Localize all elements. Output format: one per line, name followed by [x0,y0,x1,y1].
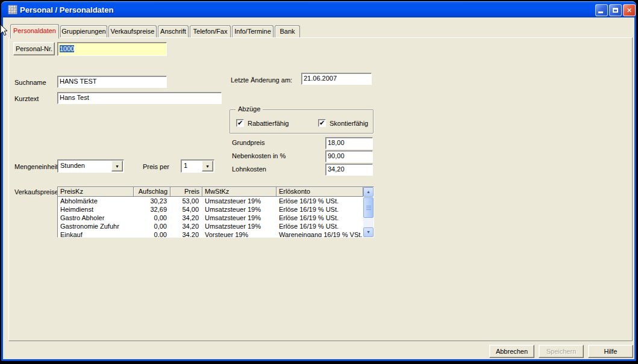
arrow-down-icon: ▼ [366,230,371,234]
tab-personaldaten[interactable]: Personaldaten [10,24,59,39]
scroll-down-button[interactable]: ▼ [363,227,374,237]
tab-info-termine[interactable]: Info/Termine [232,25,274,37]
tab-anschrift[interactable]: Anschrift [158,25,189,37]
rabattierfaehig-checkbox[interactable]: ✔ [236,119,244,127]
personal-nr-input[interactable]: 1000 [57,42,167,56]
scrollbar-thumb[interactable] [363,197,374,218]
suchname-label: Suchname [14,79,46,86]
tab-bank[interactable]: Bank [275,25,300,37]
table-cell[interactable]: Abholmärkte [58,197,134,205]
table-cell[interactable]: 34,20 [170,230,202,238]
letzte-aenderung-input[interactable]: 21.06.2007 [301,73,372,85]
personal-nr-button[interactable]: Personal-Nr. [13,42,55,55]
table-cell[interactable]: 0,00 [134,230,170,238]
tab-label: Anschrift [160,28,186,35]
table-grid: PreisKz Aufschlag Preis MwStKz Erlöskont… [58,187,363,238]
speichern-button: Speichern [539,345,584,358]
selected-text: 1000 [60,45,74,52]
table-cell[interactable]: Wareneingang 16/19 % VSt. [277,230,363,238]
abbrechen-button[interactable]: Abbrechen [489,345,534,358]
thumb-grip-icon [366,206,371,211]
abzuege-legend: Abzüge [236,105,263,113]
lohnkosten-label: Lohnkosten [232,165,266,173]
table-cell[interactable]: Umsatzsteuer 19% [202,205,277,214]
tab-label: Info/Termine [234,28,271,35]
table-cell[interactable]: Umsatzsteuer 19% [202,222,277,230]
skontierfaehig-label: Skontierfähig [330,120,368,127]
scroll-up-button[interactable]: ▲ [363,187,374,197]
lohnkosten-input[interactable]: 34,20 [325,164,373,176]
table-cell[interactable]: Heimdienst [58,205,134,214]
table-cell[interactable]: Umsatzsteuer 19% [202,197,277,205]
tab-label: Bank [280,28,295,35]
kurztext-label: Kurztext [14,95,39,102]
table-cell[interactable]: Umsatzsteuer 19% [202,214,277,222]
chevron-down-icon[interactable]: ▼ [111,161,123,171]
column-header[interactable]: PreisKz [58,187,134,197]
chevron-down-icon[interactable]: ▼ [202,161,213,171]
tab-telefon-fax[interactable]: Telefon/Fax [190,25,231,37]
checkmark-icon: ✔ [319,119,325,126]
tab-label: Telefon/Fax [193,28,228,35]
tab-verkaufspreise[interactable]: Verkaufspreise [108,25,157,37]
kurztext-input[interactable]: Hans Test [57,92,222,104]
checkmark-icon: ✔ [237,119,243,126]
letzte-aenderung-label: Letzte Änderung am: [231,76,292,84]
table-cell[interactable]: Erlöse 16/19 % USt. [277,205,363,214]
skontierfaehig-checkbox[interactable]: ✔ [318,119,326,127]
rabattierfaehig-label: Rabattierfähig [248,120,289,127]
mengeneinheit-label: Mengeneinheit [14,163,58,170]
tab-label: Verkaufspreise [111,28,155,35]
preis-per-select[interactable]: 1 ▼ [181,159,214,173]
mengeneinheit-value: Stunden [60,162,85,169]
hilfe-button[interactable]: Hilfe [588,345,633,358]
grundpreis-label: Grundpreis [232,139,264,146]
vertical-scrollbar[interactable]: ▲ ▼ [363,187,374,237]
verkaufspreise-table: PreisKz Aufschlag Preis MwStKz Erlöskont… [57,187,374,238]
table-cell[interactable]: 30,23 [134,197,170,205]
mouse-cursor [0,24,8,37]
close-button[interactable]: ✕ [623,4,636,16]
app-icon [8,5,17,14]
close-icon: ✕ [627,7,632,14]
window-title: Personal / Personaldaten [20,5,113,14]
table-cell[interactable]: Erlöse 16/19 % USt. [277,222,363,230]
screen: Personal / Personaldaten ✕ Personaldaten… [0,0,638,364]
mengeneinheit-select[interactable]: Stunden ▼ [57,159,124,173]
tab-gruppierungen[interactable]: Gruppierungen [60,25,107,37]
preis-per-label: Preis per [143,163,169,170]
minimize-icon [598,11,603,13]
table-cell[interactable]: 0,00 [134,214,170,222]
maximize-button[interactable] [609,4,622,16]
table-cell[interactable]: 53,00 [170,197,202,205]
table-cell[interactable]: Gastro Abholer [58,214,134,222]
minimize-button[interactable] [595,4,608,16]
grundpreis-input[interactable]: 18,00 [325,137,373,149]
column-header[interactable]: MwStKz [202,187,277,197]
preis-per-value: 1 [184,162,187,169]
table-cell[interactable]: 34,20 [170,222,202,230]
tab-label: Personaldaten [13,27,56,34]
table-cell[interactable]: Erlöse 16/19 % USt. [277,197,363,205]
arrow-up-icon: ▲ [366,190,371,194]
titlebar[interactable]: Personal / Personaldaten [1,1,636,17]
tab-label: Gruppierungen [61,28,105,35]
table-cell[interactable]: Erlöse 16/19 % USt. [277,214,363,222]
table-cell[interactable]: Gastronomie Zufuhr [58,222,134,230]
column-header[interactable]: Preis [170,187,202,197]
column-header[interactable]: Erlöskonto [277,187,363,197]
nebenkosten-input[interactable]: 90,00 [325,150,373,162]
table-cell[interactable]: 54,00 [170,205,202,214]
suchname-input[interactable]: HANS TEST [57,76,167,88]
table-cell[interactable]: 0,00 [134,222,170,230]
nebenkosten-label: Nebenkosten in % [232,152,286,159]
table-cell[interactable]: Vorsteuer 19% [202,230,277,238]
verkaufspreise-label: Verkaufspreise [14,188,58,196]
table-cell[interactable]: 32,69 [134,205,170,214]
column-header[interactable]: Aufschlag [134,187,170,197]
table-cell[interactable]: Einkauf [58,230,134,238]
maximize-icon [613,8,618,13]
table-cell[interactable]: 34,20 [170,214,202,222]
